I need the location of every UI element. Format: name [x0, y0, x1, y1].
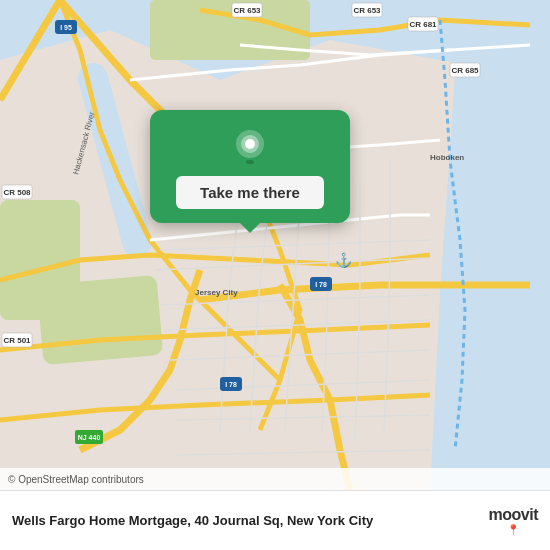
- svg-text:Hackensack River: Hackensack River: [71, 111, 96, 176]
- svg-text:⚓: ⚓: [335, 252, 353, 269]
- location-pin-icon: [229, 126, 271, 168]
- svg-text:CR 685: CR 685: [451, 66, 479, 75]
- svg-text:CR 653: CR 653: [233, 6, 261, 15]
- attribution-text: © OpenStreetMap contributors: [8, 474, 144, 485]
- svg-text:Hoboken: Hoboken: [430, 153, 464, 162]
- bottom-bar: Wells Fargo Home Mortgage, 40 Journal Sq…: [0, 490, 550, 550]
- svg-point-26: [245, 139, 255, 149]
- moovit-logo: moovit 📍: [489, 506, 538, 535]
- svg-text:I 78: I 78: [315, 281, 327, 288]
- popup-card: Take me there: [150, 110, 350, 223]
- svg-text:I 95: I 95: [60, 24, 72, 31]
- svg-text:CR 501: CR 501: [3, 336, 31, 345]
- map-container: I 95 I 78 I 78 NJ 440 CR 653 CR 653 CR 6…: [0, 0, 550, 490]
- moovit-pin-icon: 📍: [507, 524, 519, 535]
- svg-text:CR 681: CR 681: [409, 20, 437, 29]
- svg-point-27: [246, 160, 254, 164]
- map-attribution: © OpenStreetMap contributors: [0, 468, 550, 490]
- svg-text:NJ 440: NJ 440: [78, 434, 101, 441]
- take-me-there-button[interactable]: Take me there: [176, 176, 324, 209]
- location-title: Wells Fargo Home Mortgage, 40 Journal Sq…: [12, 513, 373, 528]
- location-info: Wells Fargo Home Mortgage, 40 Journal Sq…: [12, 511, 373, 530]
- moovit-brand-text: moovit: [489, 506, 538, 524]
- svg-text:CR 653: CR 653: [353, 6, 381, 15]
- svg-text:Jersey City: Jersey City: [195, 288, 238, 297]
- roads-layer: I 95 I 78 I 78 NJ 440 CR 653 CR 653 CR 6…: [0, 0, 550, 490]
- svg-text:I 78: I 78: [225, 381, 237, 388]
- svg-text:CR 508: CR 508: [3, 188, 31, 197]
